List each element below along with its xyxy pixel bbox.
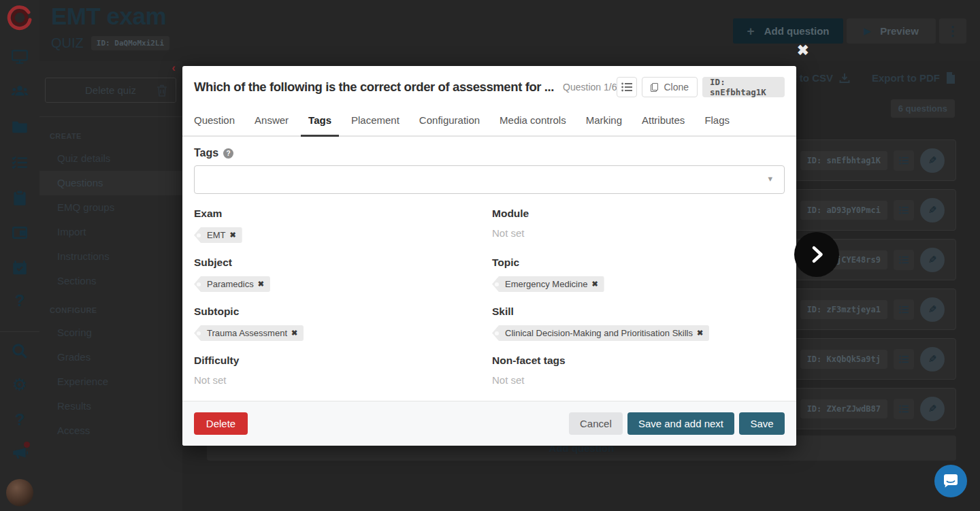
edit-question-icon[interactable]: ✎: [920, 347, 945, 372]
question-details-icon[interactable]: [894, 299, 914, 320]
tags-help-icon[interactable]: ?: [223, 148, 233, 159]
tab-configuration[interactable]: Configuration: [419, 114, 480, 135]
copy-icon: [651, 83, 658, 92]
facet-grid: ExamEMT ✖ModuleNot setSubjectParamedics …: [194, 194, 785, 390]
caret-down-icon: ▾: [768, 174, 772, 184]
monitor-icon[interactable]: [11, 48, 29, 65]
tag-chip[interactable]: Clinical Decision-Making and Prioritisat…: [492, 325, 709, 341]
sidebar-item-results[interactable]: Results: [39, 394, 182, 418]
add-question-button[interactable]: + Add question: [733, 18, 843, 44]
export-to-pdf-link[interactable]: Export to PDF: [872, 72, 956, 84]
collapse-sidebar-icon[interactable]: ‹: [172, 61, 176, 75]
clipboard-icon[interactable]: [11, 189, 29, 207]
tag-chip-label: Paramedics: [207, 279, 254, 289]
question-id-badge: ID: zF3mztjeya1: [800, 300, 887, 319]
facet-value: Paramedics ✖: [194, 276, 492, 292]
tab-flags[interactable]: Flags: [704, 114, 730, 135]
edit-question-icon[interactable]: ✎: [920, 198, 945, 222]
calendar-check-icon[interactable]: [11, 259, 29, 276]
question-details-icon[interactable]: [894, 399, 914, 419]
page-title: EMT exam: [51, 3, 166, 30]
help-icon[interactable]: ?: [11, 292, 29, 310]
checklist-icon[interactable]: [11, 154, 29, 171]
tab-question[interactable]: Question: [194, 114, 235, 135]
trash-icon: [156, 84, 168, 99]
download-icon: [839, 73, 850, 84]
remove-tag-icon[interactable]: ✖: [291, 329, 297, 337]
sidebar-item-grades[interactable]: Grades: [39, 345, 182, 369]
facet-value: Not set: [194, 374, 492, 386]
next-question-button[interactable]: [794, 232, 839, 277]
edit-question-icon[interactable]: ✎: [920, 397, 945, 421]
sidebar-item-questions[interactable]: Questions: [39, 171, 182, 195]
tab-placement[interactable]: Placement: [351, 114, 399, 135]
sidebar-item-access[interactable]: Access: [39, 418, 182, 443]
facet-value: Emergency Medicine ✖: [492, 276, 785, 292]
preview-button[interactable]: ▶ Preview: [847, 18, 936, 44]
tab-marking[interactable]: Marking: [586, 114, 622, 135]
question-details-icon[interactable]: [894, 150, 914, 171]
question-details-icon[interactable]: [894, 349, 914, 369]
remove-tag-icon[interactable]: ✖: [258, 280, 264, 289]
tags-section-label: Tags: [194, 147, 218, 159]
page-header: EMT exam QUIZ ID: DaQMoMxi2Li + Add ques…: [39, 0, 980, 61]
clone-button[interactable]: Clone: [642, 77, 698, 97]
megaphone-icon[interactable]: [11, 444, 29, 461]
image-frame-icon[interactable]: [11, 224, 29, 242]
question-details-icon[interactable]: [894, 200, 914, 220]
kebab-menu-button[interactable]: ⋮: [939, 18, 966, 44]
tab-media-controls[interactable]: Media controls: [500, 114, 566, 135]
tab-tags[interactable]: Tags: [308, 114, 331, 135]
tag-select-input[interactable]: ▾: [194, 165, 785, 194]
remove-tag-icon[interactable]: ✖: [697, 329, 703, 337]
delete-button[interactable]: Delete: [194, 412, 248, 435]
cancel-button[interactable]: Cancel: [569, 412, 623, 435]
sidebar-item-experience[interactable]: Experience: [39, 369, 182, 394]
tag-chip-label: Emergency Medicine: [505, 279, 587, 289]
facet-value: EMT ✖: [194, 227, 492, 243]
chevron-right-icon: [798, 232, 835, 277]
users-icon[interactable]: [11, 82, 29, 100]
sidebar-item-quiz-details[interactable]: Quiz details: [39, 146, 182, 171]
question-id-badge: ID: ZXerZJwdB87: [800, 399, 887, 418]
search-icon[interactable]: [11, 342, 29, 360]
facet-label: Topic: [492, 257, 785, 269]
gear-icon[interactable]: ⚙: [11, 376, 29, 393]
chat-bubble-button[interactable]: [934, 465, 967, 497]
edit-question-icon[interactable]: ✎: [920, 297, 945, 322]
question-id-badge: ID: aD93pY0Pmci: [800, 201, 887, 220]
remove-tag-icon[interactable]: ✖: [229, 231, 235, 240]
sidebar-item-instructions[interactable]: Instructions: [39, 244, 182, 269]
tag-chip-label: Clinical Decision-Making and Prioritisat…: [505, 328, 693, 338]
kebab-icon: ⋮: [947, 23, 960, 39]
question-details-list-button[interactable]: [617, 77, 637, 97]
quiz-subheader: QUIZ ID: DaQMoMxi2Li: [51, 35, 169, 51]
tag-chip[interactable]: Emergency Medicine ✖: [492, 276, 604, 292]
quiz-id-badge: ID: DaQMoMxi2Li: [91, 36, 169, 50]
sidebar-item-scoring[interactable]: Scoring: [39, 320, 182, 345]
sidebar-item-emq-groups[interactable]: EMQ groups: [39, 195, 182, 220]
tab-attributes[interactable]: Attributes: [642, 114, 685, 135]
save-and-add-next-button[interactable]: Save and add next: [627, 412, 734, 435]
question-counter: Question 1/6: [563, 82, 617, 93]
user-avatar[interactable]: [6, 479, 33, 506]
help-icon[interactable]: ?: [11, 411, 29, 429]
sidebar-item-sections[interactable]: Sections: [39, 269, 182, 293]
rail-divider: [0, 331, 39, 332]
facet-group: DifficultyNot set: [194, 341, 492, 390]
sidebar-divider: [39, 116, 182, 117]
tag-chip[interactable]: Paramedics ✖: [194, 276, 270, 292]
delete-quiz-button[interactable]: Delete quiz: [45, 78, 176, 103]
question-details-icon[interactable]: [894, 250, 914, 270]
save-button[interactable]: Save: [739, 412, 785, 435]
close-modal-icon[interactable]: ✖: [797, 42, 809, 59]
tab-answer[interactable]: Answer: [255, 114, 289, 135]
edit-question-icon[interactable]: ✎: [920, 148, 945, 173]
edit-question-icon[interactable]: ✎: [920, 248, 945, 272]
tag-chip[interactable]: Trauma Assessment ✖: [194, 325, 304, 341]
sidebar-item-import[interactable]: Import: [39, 220, 182, 244]
brand-logo-icon[interactable]: [5, 3, 33, 31]
folder-icon[interactable]: [11, 118, 29, 135]
remove-tag-icon[interactable]: ✖: [591, 280, 598, 289]
tag-chip[interactable]: EMT ✖: [194, 227, 242, 243]
